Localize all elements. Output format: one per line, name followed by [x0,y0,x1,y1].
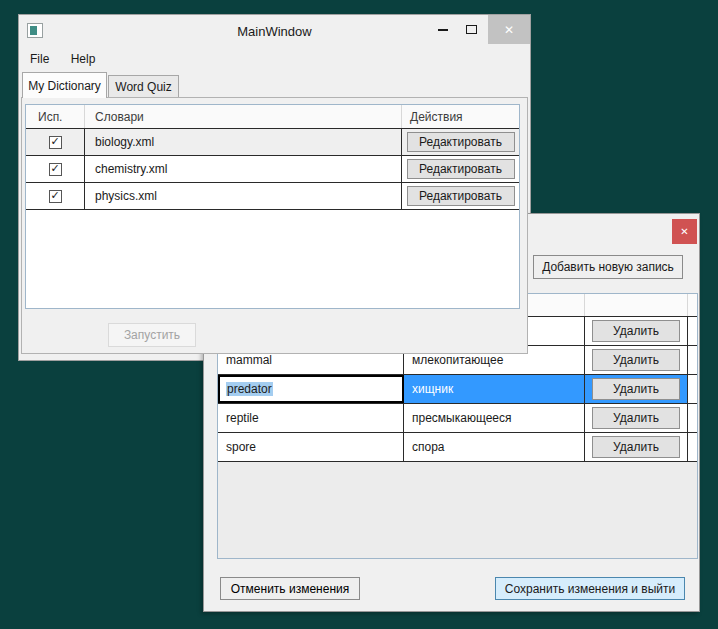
menu-bar: File Help [19,47,530,71]
save-and-exit-button[interactable]: Сохранить изменения и выйти [495,577,685,600]
column-header-spacer [688,294,697,316]
dictionaries-table: Исп. Словари Действия ✓ biology.xml Реда… [25,104,520,309]
close-icon: ✕ [680,226,688,237]
column-header-delete [585,294,688,316]
table-row-physics: ✓ physics.xml Редактировать [26,183,519,210]
row-spacer [688,404,697,432]
use-checkbox[interactable]: ✓ [49,163,62,176]
delete-button[interactable]: Удалить [592,407,680,429]
row-spacer [688,317,697,345]
menu-file[interactable]: File [21,47,58,66]
column-header-dictionaries: Словари [85,105,402,128]
use-checkbox[interactable]: ✓ [49,136,62,149]
delete-button[interactable]: Удалить [592,320,680,342]
table-row-biology: ✓ biology.xml Редактировать [26,129,519,156]
edit-button[interactable]: Редактировать [407,159,515,179]
delete-button[interactable]: Удалить [592,349,680,371]
english-cell-editor[interactable]: predator [218,375,404,403]
add-entry-button[interactable]: Добавить новую запись [533,255,683,279]
dictionary-name: chemistry.xml [85,156,402,182]
tab-word-quiz[interactable]: Word Quiz [108,75,179,98]
edit-button[interactable]: Редактировать [407,132,515,152]
delete-button[interactable]: Удалить [592,378,680,400]
cancel-changes-button[interactable]: Отменить изменения [220,577,360,600]
dictionary-name: physics.xml [85,183,402,209]
russian-cell[interactable]: хищник [404,375,585,403]
check-icon: ✓ [50,190,59,201]
entry-row-reptile: reptile пресмыкающееся Удалить [218,404,697,433]
tab-pane: Исп. Словари Действия ✓ biology.xml Реда… [21,97,528,354]
check-icon: ✓ [50,163,59,174]
entry-row-spore: spore спора Удалить [218,433,697,462]
dialog-close-button[interactable]: ✕ [672,219,697,244]
column-header-actions: Действия [402,105,519,128]
edit-button[interactable]: Редактировать [407,186,515,206]
russian-cell[interactable]: спора [404,433,585,461]
entry-row-predator-selected: predator хищник Удалить [218,375,697,404]
column-header-use: Исп. [26,105,85,128]
maximize-button[interactable] [459,15,483,44]
table-header: Исп. Словари Действия [26,105,519,129]
english-cell[interactable]: spore [218,433,404,461]
table-row-chemistry: ✓ chemistry.xml Редактировать [26,156,519,183]
minimize-button[interactable] [431,15,455,44]
tab-my-dictionary[interactable]: My Dictionary [22,72,107,98]
use-checkbox[interactable]: ✓ [49,190,62,203]
main-window: MainWindow ✕ File Help My Dictionary Wor… [18,14,531,361]
minimize-icon [438,29,448,31]
dictionary-name: biology.xml [85,129,402,155]
maximize-icon [466,25,477,34]
check-icon: ✓ [50,136,59,147]
row-spacer [688,375,697,403]
close-icon: ✕ [504,23,514,37]
row-spacer [688,433,697,461]
selected-text: predator [226,382,273,396]
english-cell[interactable]: reptile [218,404,404,432]
delete-button[interactable]: Удалить [592,436,680,458]
main-window-titlebar[interactable]: MainWindow ✕ [19,15,530,47]
russian-cell[interactable]: пресмыкающееся [404,404,585,432]
row-spacer [688,346,697,374]
run-button[interactable]: Запустить [108,323,196,347]
close-button[interactable]: ✕ [488,15,530,44]
menu-help[interactable]: Help [62,47,105,66]
